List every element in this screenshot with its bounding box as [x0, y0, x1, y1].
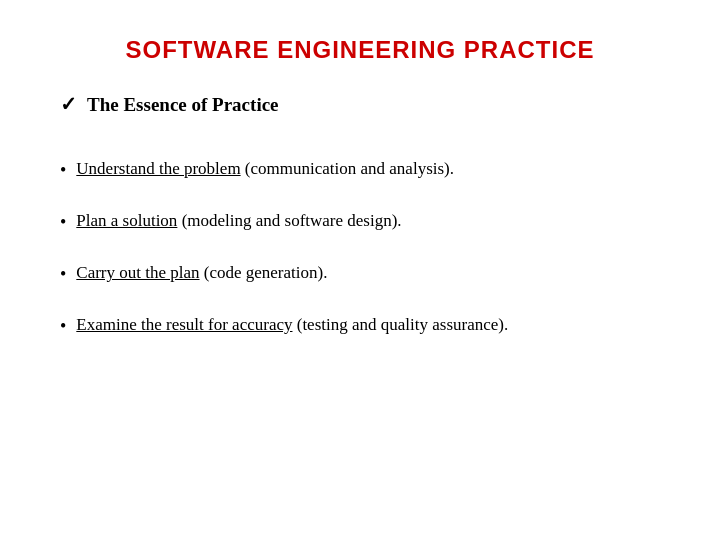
slide: SOFTWARE ENGINEERING PRACTICE ✓ The Esse… [0, 0, 720, 540]
section-header: ✓ The Essence of Practice [60, 92, 660, 116]
bullet-text-2: Plan a solution (modeling and software d… [76, 208, 660, 234]
checkmark-icon: ✓ [60, 92, 77, 116]
bullet-underline-2: Plan a solution [76, 211, 177, 230]
bullet-rest-4: (testing and quality assurance). [292, 315, 508, 334]
bullet-underline-4: Examine the result for accuracy [76, 315, 292, 334]
bullet-text-4: Examine the result for accuracy (testing… [76, 312, 660, 338]
bullet-rest-3: (code generation). [200, 263, 328, 282]
bullet-dot-3: • [60, 261, 66, 288]
list-item: • Plan a solution (modeling and software… [60, 196, 660, 248]
bullet-list: • Understand the problem (communication … [60, 144, 660, 352]
bullet-dot-1: • [60, 157, 66, 184]
list-item: • Carry out the plan (code generation). [60, 248, 660, 300]
bullet-underline-1: Understand the problem [76, 159, 240, 178]
slide-title: SOFTWARE ENGINEERING PRACTICE [60, 36, 660, 64]
bullet-underline-3: Carry out the plan [76, 263, 199, 282]
list-item: • Understand the problem (communication … [60, 144, 660, 196]
bullet-text-3: Carry out the plan (code generation). [76, 260, 660, 286]
list-item: • Examine the result for accuracy (testi… [60, 300, 660, 352]
bullet-rest-1: (communication and analysis). [241, 159, 454, 178]
bullet-dot-2: • [60, 209, 66, 236]
bullet-rest-2: (modeling and software design). [177, 211, 401, 230]
bullet-text-1: Understand the problem (communication an… [76, 156, 660, 182]
section-heading: The Essence of Practice [87, 94, 279, 116]
bullet-dot-4: • [60, 313, 66, 340]
